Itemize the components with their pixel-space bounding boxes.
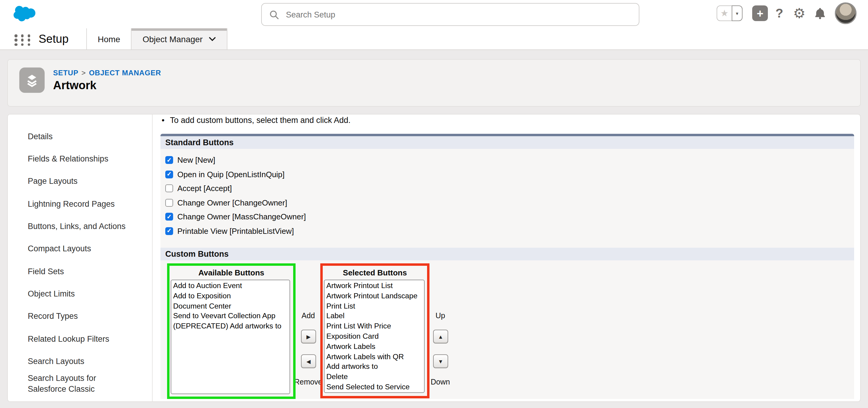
selected-button-option[interactable]: Label (326, 311, 424, 321)
add-button[interactable]: ▶ (301, 330, 316, 343)
search-input[interactable] (285, 9, 639, 20)
sidebar-item[interactable]: Buttons, Links, and Actions (28, 215, 152, 238)
sidebar-item[interactable]: Fields & Relationships (28, 148, 152, 171)
app-launcher-waffle-icon[interactable] (14, 34, 30, 46)
bullet-glyph: • (162, 116, 164, 125)
object-layers-icon (19, 68, 44, 93)
standard-button-label: Change Owner [MassChangeOwner] (177, 212, 306, 222)
breadcrumb-separator: > (82, 69, 86, 77)
object-sidebar: DetailsFields & RelationshipsPage Layout… (8, 114, 153, 402)
available-button-option[interactable]: (DEPRECATED) Add artworks to (173, 321, 289, 332)
standard-button-label: Printable View [PrintableListView] (177, 227, 294, 236)
breadcrumb-object-manager-link[interactable]: OBJECT MANAGER (89, 69, 161, 77)
checkbox-unchecked-icon[interactable] (165, 185, 173, 193)
standard-button-row: Change Owner [ChangeOwner] (165, 196, 854, 210)
sidebar-item[interactable]: Compact Layouts (28, 238, 152, 260)
checkbox-checked-icon[interactable]: ✓ (165, 171, 173, 178)
sidebar-list: DetailsFields & RelationshipsPage Layout… (8, 114, 152, 395)
selected-button-option[interactable]: Add artworks to (326, 362, 424, 372)
available-button-option[interactable]: Add to Auction Event (173, 281, 289, 291)
up-label: Up (426, 312, 455, 320)
sidebar-item[interactable]: Search Layouts (28, 350, 152, 373)
down-label: Down (426, 378, 455, 386)
down-arrow-icon: ▼ (438, 358, 443, 364)
selected-button-option[interactable]: Print List (326, 301, 424, 311)
page-header-card: SETUP > OBJECT MANAGER Artwork (7, 59, 861, 107)
standard-buttons-body: ✓New [New]✓Open in Quip [OpenListInQuip]… (160, 149, 854, 248)
remove-label: Remove (294, 378, 323, 386)
standard-button-label: Change Owner [ChangeOwner] (177, 198, 287, 207)
sidebar-item[interactable]: Object Limits (28, 283, 152, 305)
remove-button[interactable]: ◀ (301, 354, 316, 368)
section-top-border (160, 134, 854, 136)
user-avatar[interactable] (835, 2, 857, 24)
add-label: Add (294, 312, 323, 320)
tab-object-manager-label: Object Manager (143, 34, 203, 44)
available-button-option[interactable]: Send to Veevart Collection App (173, 311, 289, 321)
custom-buttons-header: Custom Buttons (160, 248, 854, 260)
selected-buttons-label: Selected Buttons (320, 268, 430, 277)
page-title: Artwork (53, 79, 96, 92)
down-button[interactable]: ▼ (433, 354, 448, 368)
checkbox-checked-icon[interactable]: ✓ (165, 213, 173, 221)
left-arrow-icon: ◀ (306, 358, 311, 364)
tab-object-manager[interactable]: Object Manager (131, 28, 227, 49)
sidebar-item[interactable]: Record Types (28, 305, 152, 328)
selected-buttons-listbox[interactable]: Artwork Printout ListArtwork Printout La… (324, 280, 425, 393)
standard-button-label: Open in Quip [OpenListInQuip] (177, 170, 285, 179)
quick-create-icon[interactable]: + (752, 5, 768, 21)
tab-home[interactable]: Home (86, 28, 131, 49)
setup-gear-icon[interactable]: ⚙ (790, 4, 808, 22)
available-buttons-listbox[interactable]: Add to Auction EventAdd to ExpositionDoc… (171, 280, 290, 394)
standard-button-row: Accept [Accept] (165, 181, 854, 196)
selected-button-option[interactable]: Exposition Card (326, 332, 424, 342)
sidebar-item[interactable]: Field Sets (28, 260, 152, 283)
selected-button-option[interactable]: Artwork Printout Landscape (326, 291, 424, 301)
favorites-control: ★ ▼ (717, 5, 743, 21)
standard-button-row: ✓Printable View [PrintableListView] (165, 224, 854, 238)
standard-button-row: ✓Change Owner [MassChangeOwner] (165, 210, 854, 224)
notifications-bell-icon[interactable] (811, 5, 828, 22)
sidebar-item[interactable]: Search Layouts for Salesforce Classic (28, 373, 152, 395)
global-search (261, 3, 640, 26)
help-icon[interactable]: ? (772, 5, 787, 22)
standard-buttons-header: Standard Buttons (160, 136, 854, 149)
available-button-option[interactable]: Document Center (173, 301, 289, 311)
sidebar-item[interactable]: Page Layouts (28, 170, 152, 193)
selected-button-option[interactable]: Artwork Labels with QR (326, 352, 424, 362)
sidebar-item[interactable]: Lightning Record Pages (28, 193, 152, 215)
salesforce-logo-icon[interactable] (12, 5, 37, 24)
breadcrumb-setup-link[interactable]: SETUP (53, 69, 79, 77)
content-card: DetailsFields & RelationshipsPage Layout… (7, 114, 861, 402)
standard-button-row: ✓New [New] (165, 153, 854, 167)
instruction-bullet-row: • To add custom buttons, select them and… (162, 116, 350, 125)
instruction-text: To add custom buttons, select them and c… (170, 116, 350, 125)
up-arrow-icon: ▲ (438, 334, 443, 340)
active-tab-strip (132, 28, 227, 30)
selected-button-option[interactable]: Artwork Printout List (326, 281, 424, 291)
standard-button-label: New [New] (177, 156, 215, 165)
up-button[interactable]: ▲ (433, 330, 448, 343)
available-button-option[interactable]: Add to Exposition (173, 291, 289, 301)
checkbox-checked-icon[interactable]: ✓ (165, 157, 173, 164)
setup-tabs: Home Object Manager (86, 28, 227, 49)
checkbox-unchecked-icon[interactable] (165, 199, 173, 207)
chevron-down-icon[interactable] (209, 36, 216, 41)
standard-button-label: Accept [Accept] (177, 184, 232, 193)
favorites-dropdown-icon[interactable]: ▼ (732, 5, 743, 21)
selected-button-option[interactable]: Print List With Price (326, 321, 424, 332)
right-arrow-icon: ▶ (306, 334, 311, 340)
standard-button-row: ✓Open in Quip [OpenListInQuip] (165, 167, 854, 181)
custom-buttons-body: Available Buttons Add to Auction EventAd… (160, 260, 854, 399)
selected-button-option[interactable]: Artwork Labels (326, 342, 424, 352)
selected-button-option[interactable]: Send Selected to Service (326, 382, 424, 392)
search-icon (270, 10, 279, 19)
sidebar-item[interactable]: Related Lookup Filters (28, 328, 152, 350)
favorites-star-icon[interactable]: ★ (717, 5, 732, 21)
breadcrumb: SETUP > OBJECT MANAGER (53, 69, 161, 77)
checkbox-checked-icon[interactable]: ✓ (165, 227, 173, 235)
salesforce-setup-page: ★ ▼ + ? ⚙ Setup Home Object Manager SETU… (0, 0, 868, 408)
sidebar-item[interactable]: Details (28, 125, 152, 148)
selected-button-option[interactable]: Delete (326, 372, 424, 382)
tab-home-label: Home (98, 34, 120, 44)
